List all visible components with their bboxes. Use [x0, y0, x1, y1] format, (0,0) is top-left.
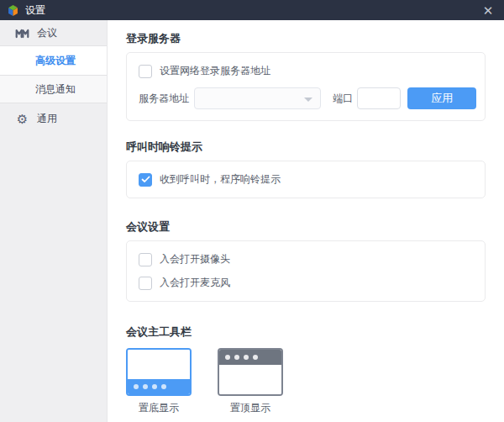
toolbar-dot [253, 355, 258, 360]
sidebar: 会议 高级设置 消息通知 ⚙ 通用 [0, 20, 108, 422]
toolbar-bar-bottom [128, 379, 190, 394]
section-title-login-server: 登录服务器 [126, 31, 486, 46]
toolbar-top-label: 置顶显示 [230, 401, 270, 415]
ring-on-call-checkbox[interactable] [139, 173, 152, 187]
toolbar-bar-top [219, 350, 281, 365]
sidebar-item-label: 会议 [37, 26, 57, 40]
camera-on-join-label: 入会打开摄像头 [160, 252, 230, 266]
window-title: 设置 [25, 3, 45, 18]
camera-on-join-checkbox[interactable] [139, 253, 152, 266]
mic-on-join-label: 入会打开麦克风 [160, 276, 230, 290]
port-input[interactable] [357, 87, 401, 109]
sidebar-item-meeting[interactable]: 会议 [0, 20, 107, 45]
titlebar: 设置 ✕ [0, 0, 504, 20]
app-logo-icon [7, 4, 19, 17]
close-icon[interactable]: ✕ [479, 2, 497, 18]
toolbar-dot [234, 355, 239, 360]
server-address-label: 服务器地址 [139, 92, 189, 106]
login-server-panel: 设置网络登录服务器地址 服务器地址 端口 应用 [126, 52, 486, 121]
toolbar-dot [152, 384, 157, 389]
toolbar-dot [244, 355, 249, 360]
meeting-icon [15, 26, 29, 40]
settings-content: 登录服务器 设置网络登录服务器地址 服务器地址 端口 应用 呼叫时响铃提示 [108, 20, 504, 422]
section-title-meeting-settings: 会议设置 [126, 219, 486, 235]
sidebar-item-label: 高级设置 [35, 54, 76, 68]
enable-network-server-label: 设置网络登录服务器地址 [160, 64, 270, 78]
apply-button[interactable]: 应用 [407, 87, 476, 109]
sidebar-item-label: 通用 [37, 112, 57, 126]
meeting-settings-panel: 入会打开摄像头 入会打开麦克风 [126, 240, 486, 302]
toolbar-top-option: 置顶显示 [218, 348, 283, 415]
mic-on-join-checkbox[interactable] [139, 277, 152, 290]
server-address-select[interactable] [194, 87, 321, 109]
main-area: 会议 高级设置 消息通知 ⚙ 通用 登录服务器 [0, 20, 504, 422]
settings-window: 设置 ✕ 会议 高级设置 消息通知 [0, 0, 504, 422]
sidebar-item-general[interactable]: ⚙ 通用 [0, 103, 107, 134]
chevron-down-icon [304, 98, 312, 102]
toolbar-position-options: 置底显示 置顶显示 [126, 348, 486, 415]
toolbar-dot [134, 384, 139, 389]
toolbar-bottom-option: 置底显示 [126, 348, 192, 415]
thumbnail-body [219, 365, 281, 394]
toolbar-dot [225, 355, 230, 360]
enable-network-server-checkbox[interactable] [139, 65, 152, 78]
ring-alert-panel: 收到呼叫时，程序响铃提示 [126, 161, 486, 198]
thumbnail-body [128, 350, 190, 379]
toolbar-bottom-label: 置底显示 [139, 401, 179, 415]
toolbar-bottom-thumbnail[interactable] [126, 348, 192, 396]
sidebar-item-advanced-settings[interactable]: 高级设置 [0, 46, 107, 75]
gear-icon: ⚙ [15, 112, 29, 126]
toolbar-dot [143, 384, 148, 389]
section-title-ring-alert: 呼叫时响铃提示 [126, 140, 486, 155]
ring-on-call-label: 收到呼叫时，程序响铃提示 [160, 172, 281, 187]
check-icon [141, 176, 150, 183]
toolbar-top-thumbnail[interactable] [218, 348, 283, 396]
sidebar-item-message-notifications[interactable]: 消息通知 [0, 76, 107, 103]
toolbar-dot [161, 384, 166, 389]
port-label: 端口 [333, 92, 353, 106]
sidebar-item-label: 消息通知 [35, 82, 76, 97]
section-title-toolbar-position: 会议主工具栏 [126, 324, 486, 340]
